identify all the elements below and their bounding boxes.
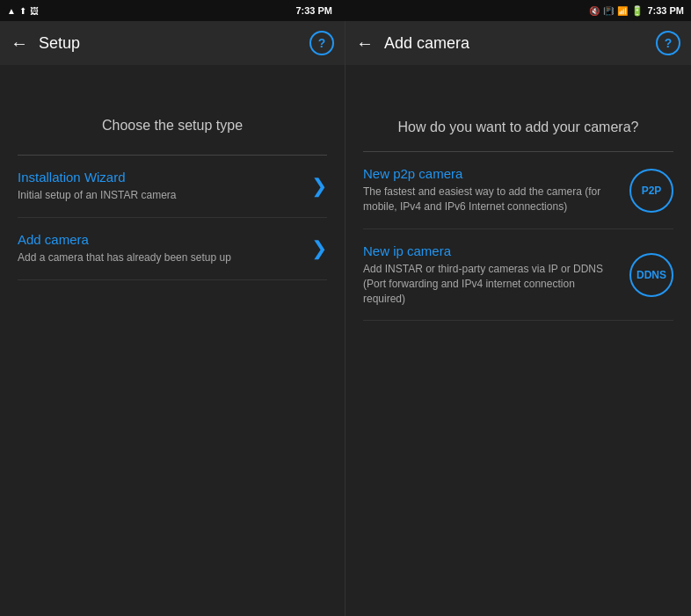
battery-icon: 🔋 — [631, 5, 644, 17]
add-camera-title: Add camera — [18, 232, 302, 247]
p2p-camera-content: New p2p camera The fastest and easiest w… — [363, 166, 619, 214]
installation-wizard-content: Installation Wizard Initial setup of an … — [18, 170, 302, 203]
time-right: 7:33 PM — [647, 5, 684, 16]
installation-wizard-title: Installation Wizard — [18, 170, 302, 185]
wifi-icon: 📶 — [617, 6, 628, 16]
installation-wizard-desc: Initial setup of an INSTAR camera — [18, 188, 302, 203]
left-help-button[interactable]: ? — [309, 31, 334, 55]
ip-camera-title: New ip camera — [363, 243, 619, 258]
notification-icon: ▲ — [7, 6, 16, 16]
right-content: How do you want to add your camera? New … — [346, 65, 691, 616]
p2p-camera-option[interactable]: New p2p camera The fastest and easiest w… — [363, 152, 673, 229]
p2p-camera-title: New p2p camera — [363, 166, 619, 181]
right-back-button[interactable]: ← — [356, 33, 374, 54]
status-bar-right: 🔇 📳 📶 🔋 7:33 PM — [589, 5, 684, 17]
right-help-label: ? — [665, 36, 673, 50]
status-bar-center: 7:33 PM — [295, 4, 332, 17]
installation-wizard-item[interactable]: Installation Wizard Initial setup of an … — [18, 156, 327, 218]
right-help-button[interactable]: ? — [656, 31, 680, 55]
right-panel: ← Add camera ? How do you want to add yo… — [346, 21, 691, 616]
status-bar-left: ▲ ⬆ 🖼 — [7, 6, 39, 16]
add-camera-item[interactable]: Add camera Add a camera that has already… — [18, 218, 327, 280]
ddns-badge-label: DDNS — [636, 269, 666, 281]
right-section-title: How do you want to add your camera? — [363, 118, 673, 137]
add-camera-content: Add camera Add a camera that has already… — [18, 232, 302, 265]
ip-camera-desc: Add INSTAR or third-party cameras via IP… — [363, 262, 619, 306]
left-section-title: Choose the setup type — [18, 118, 327, 134]
right-header: ← Add camera ? — [346, 21, 691, 65]
p2p-badge: P2P — [629, 169, 673, 213]
add-camera-arrow: ❯ — [311, 237, 327, 260]
left-help-label: ? — [318, 36, 326, 50]
p2p-badge-label: P2P — [642, 185, 662, 197]
add-camera-desc: Add a camera that has already been setup… — [18, 250, 302, 265]
panels: ← Setup ? Choose the setup type Installa… — [0, 21, 691, 616]
left-panel: ← Setup ? Choose the setup type Installa… — [0, 21, 346, 616]
p2p-camera-desc: The fastest and easiest way to add the c… — [363, 185, 619, 214]
ip-camera-option[interactable]: New ip camera Add INSTAR or third-party … — [363, 229, 673, 321]
upload-icon: ⬆ — [19, 6, 26, 16]
ip-camera-content: New ip camera Add INSTAR or third-party … — [363, 243, 619, 306]
left-header-title: Setup — [39, 34, 309, 53]
right-header-title: Add camera — [384, 34, 656, 53]
left-back-button[interactable]: ← — [11, 33, 28, 54]
left-header: ← Setup ? — [0, 21, 345, 65]
mute-icon: 🔇 — [589, 6, 600, 16]
installation-wizard-arrow: ❯ — [311, 175, 327, 198]
image-icon: 🖼 — [30, 6, 39, 16]
status-bar: ▲ ⬆ 🖼 7:33 PM 🔇 📳 📶 🔋 7:33 PM — [0, 0, 691, 21]
ddns-badge: DDNS — [629, 253, 673, 297]
vibrate-icon: 📳 — [603, 6, 614, 16]
left-content: Choose the setup type Installation Wizar… — [0, 65, 345, 616]
time-left: 7:33 PM — [295, 5, 332, 16]
